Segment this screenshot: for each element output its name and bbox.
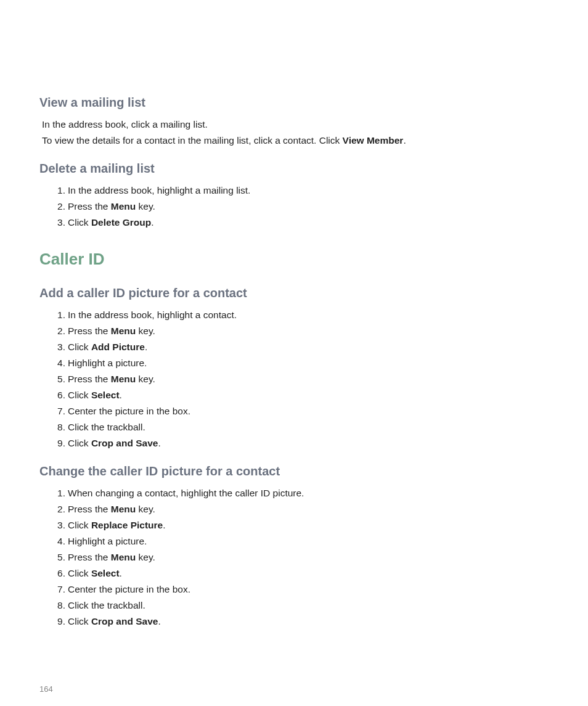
list-item: 3.Click Delete Group. bbox=[68, 215, 549, 230]
ordered-list-add-picture: 1.In the address book, highlight a conta… bbox=[39, 308, 549, 451]
text-suffix: . bbox=[120, 390, 122, 400]
list-item: 2.Press the Menu key. bbox=[68, 324, 549, 339]
text-bold: Crop and Save bbox=[91, 438, 158, 448]
text-suffix: . bbox=[163, 520, 165, 530]
list-item: 2.Press the Menu key. bbox=[68, 502, 549, 517]
list-item: 2.Press the Menu key. bbox=[68, 199, 549, 214]
list-item: 9.Click Crop and Save. bbox=[68, 614, 549, 629]
text-suffix: . bbox=[151, 217, 153, 228]
list-item: 6.Click Select. bbox=[68, 388, 549, 403]
text-bold: Menu bbox=[111, 374, 136, 384]
text-prefix: Press the bbox=[68, 201, 111, 211]
list-number: 6. bbox=[53, 388, 65, 403]
text-prefix: Press the bbox=[68, 326, 111, 336]
text-bold: Add Picture bbox=[91, 342, 145, 352]
list-number: 2. bbox=[53, 502, 65, 517]
list-number: 3. bbox=[53, 340, 65, 355]
text-suffix: . bbox=[120, 568, 122, 578]
list-item: 1.When changing a contact, highlight the… bbox=[68, 486, 549, 501]
list-item: 8.Click the trackball. bbox=[68, 420, 549, 435]
list-number: 2. bbox=[53, 199, 65, 214]
text-prefix: Click bbox=[68, 520, 91, 530]
list-number: 6. bbox=[53, 566, 65, 581]
list-number: 8. bbox=[53, 598, 65, 613]
list-text: Click the trackball. bbox=[68, 600, 145, 610]
text-prefix: Click bbox=[68, 390, 91, 400]
text-suffix: . bbox=[403, 135, 406, 146]
text-bold: Menu bbox=[111, 201, 136, 211]
list-text: Click the trackball. bbox=[68, 422, 145, 432]
text-suffix: key. bbox=[136, 504, 155, 514]
body-text: To view the details for a contact in the… bbox=[39, 133, 549, 148]
text-bold: Crop and Save bbox=[91, 616, 158, 626]
heading-change-caller-id-picture: Change the caller ID picture for a conta… bbox=[39, 464, 549, 478]
list-text: Center the picture in the box. bbox=[68, 584, 190, 594]
text-bold: Delete Group bbox=[91, 217, 151, 228]
text-prefix: Click bbox=[68, 217, 91, 228]
text-suffix: . bbox=[145, 342, 147, 352]
list-item: 4.Highlight a picture. bbox=[68, 534, 549, 549]
text-prefix: Click bbox=[68, 616, 91, 626]
text-prefix: Click bbox=[68, 438, 91, 448]
list-item: 8.Click the trackball. bbox=[68, 598, 549, 613]
text-prefix: To view the details for a contact in the… bbox=[42, 135, 343, 146]
list-item: 1.In the address book, highlight a conta… bbox=[68, 308, 549, 322]
ordered-list-delete: 1.In the address book, highlight a maili… bbox=[39, 183, 549, 230]
heading-caller-id: Caller ID bbox=[39, 250, 549, 269]
text-suffix: key. bbox=[136, 201, 155, 211]
list-number: 5. bbox=[53, 550, 65, 565]
list-item: 3.Click Add Picture. bbox=[68, 340, 549, 355]
list-number: 4. bbox=[53, 534, 65, 549]
text-prefix: Press the bbox=[68, 374, 111, 384]
heading-view-mailing-list: View a mailing list bbox=[39, 96, 549, 110]
list-text: Center the picture in the box. bbox=[68, 406, 190, 416]
text-prefix: Click bbox=[68, 568, 91, 578]
list-item: 1.In the address book, highlight a maili… bbox=[68, 183, 549, 198]
text-suffix: key. bbox=[136, 552, 155, 562]
text-prefix: Press the bbox=[68, 552, 111, 562]
list-text: When changing a contact, highlight the c… bbox=[68, 488, 304, 498]
text-suffix: . bbox=[158, 616, 160, 626]
list-item: 5.Press the Menu key. bbox=[68, 550, 549, 565]
text-bold: Replace Picture bbox=[91, 520, 163, 530]
list-number: 3. bbox=[53, 215, 65, 230]
list-item: 3.Click Replace Picture. bbox=[68, 518, 549, 533]
list-number: 5. bbox=[53, 372, 65, 387]
list-number: 9. bbox=[53, 436, 65, 451]
page-number: 164 bbox=[39, 684, 53, 694]
list-number: 7. bbox=[53, 404, 65, 419]
list-item: 7.Center the picture in the box. bbox=[68, 404, 549, 419]
list-item: 9.Click Crop and Save. bbox=[68, 436, 549, 451]
list-number: 9. bbox=[53, 614, 65, 629]
list-number: 3. bbox=[53, 518, 65, 533]
text-prefix: Click bbox=[68, 342, 91, 352]
list-number: 1. bbox=[53, 486, 65, 501]
text-bold: Menu bbox=[111, 552, 136, 562]
list-number: 1. bbox=[53, 308, 65, 322]
list-item: 5.Press the Menu key. bbox=[68, 372, 549, 387]
text-prefix: Press the bbox=[68, 504, 111, 514]
text-suffix: . bbox=[158, 438, 160, 448]
text-bold: Select bbox=[91, 568, 120, 578]
list-number: 1. bbox=[53, 183, 65, 198]
text-bold: Select bbox=[91, 390, 120, 400]
ordered-list-change-picture: 1.When changing a contact, highlight the… bbox=[39, 486, 549, 629]
text-bold: Menu bbox=[111, 504, 136, 514]
body-text: In the address book, click a mailing lis… bbox=[39, 117, 549, 132]
list-number: 2. bbox=[53, 324, 65, 339]
list-text: Highlight a picture. bbox=[68, 536, 147, 546]
list-item: 4.Highlight a picture. bbox=[68, 356, 549, 371]
list-item: 6.Click Select. bbox=[68, 566, 549, 581]
list-number: 4. bbox=[53, 356, 65, 371]
list-text: In the address book, highlight a contact… bbox=[68, 310, 237, 320]
list-item: 7.Center the picture in the box. bbox=[68, 582, 549, 597]
text-bold: Menu bbox=[111, 326, 136, 336]
list-number: 7. bbox=[53, 582, 65, 597]
text-suffix: key. bbox=[136, 326, 155, 336]
text-suffix: key. bbox=[136, 374, 155, 384]
list-text: Highlight a picture. bbox=[68, 358, 147, 368]
heading-delete-mailing-list: Delete a mailing list bbox=[39, 162, 549, 176]
list-number: 8. bbox=[53, 420, 65, 435]
text-bold: View Member bbox=[343, 135, 404, 146]
heading-add-caller-id-picture: Add a caller ID picture for a contact bbox=[39, 286, 549, 300]
